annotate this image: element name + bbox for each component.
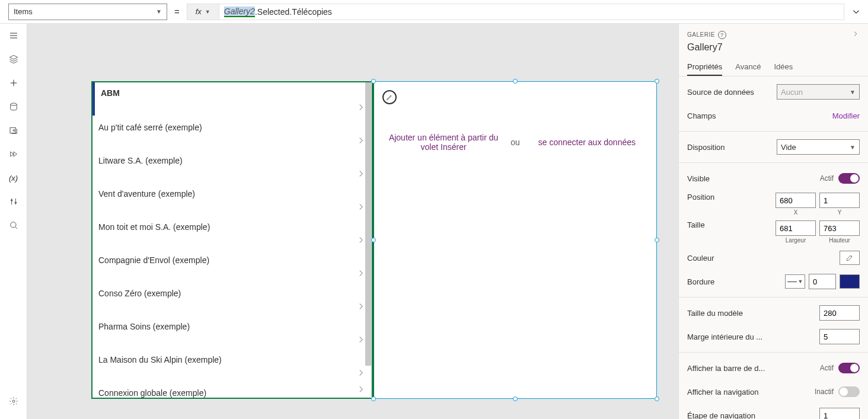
y-label: Y — [819, 209, 860, 216]
list-item: Vent d'aventure (exemple) — [92, 182, 371, 215]
list-item: Mon toit et moi S.A. (exemple) — [92, 215, 371, 248]
template-size-label: Taille du modèle — [687, 309, 743, 318]
property-name: Items — [14, 7, 33, 16]
breadcrumb: GALERIE — [687, 31, 715, 38]
resize-handle[interactable] — [371, 79, 376, 84]
tab-advanced[interactable]: Avancé — [735, 59, 761, 76]
fields-label: Champs — [687, 111, 716, 120]
color-picker[interactable] — [840, 251, 860, 265]
hamburger-icon[interactable] — [0, 24, 27, 47]
tab-properties[interactable]: Propriétés — [687, 59, 722, 76]
resize-handle[interactable] — [513, 79, 518, 84]
resize-handle[interactable] — [513, 396, 518, 401]
visible-state: Actif — [820, 174, 834, 183]
fx-label: fx — [196, 7, 202, 16]
template-size-input[interactable] — [819, 305, 860, 321]
nav-step-input[interactable] — [819, 408, 860, 419]
chevron-down-icon: ▼ — [850, 144, 856, 151]
list-item: ABM — [92, 82, 371, 116]
list-item: Connexion globale (exemple) — [92, 381, 371, 398]
fx-button[interactable]: fx ▼ — [187, 4, 219, 20]
list-item: Litware S.A. (exemple) — [92, 149, 371, 182]
layout-label: Disposition — [687, 143, 725, 152]
chevron-down-icon: ▼ — [850, 89, 856, 95]
data-icon[interactable] — [0, 95, 27, 119]
color-label: Couleur — [687, 254, 714, 263]
border-color-picker[interactable] — [840, 274, 860, 289]
control-name: Gallery7 — [679, 41, 868, 59]
list-item: Au p'tit café serré (exemple) — [92, 116, 371, 149]
nav-state: Inactif — [815, 388, 834, 396]
collapse-panel-icon[interactable] — [851, 30, 860, 40]
chevron-right-icon — [356, 384, 366, 396]
visible-label: Visible — [687, 174, 710, 183]
x-label: X — [776, 209, 816, 216]
svg-point-13 — [12, 400, 15, 402]
svg-point-11 — [10, 222, 15, 228]
properties-panel: GALERIE ? Gallery7 Propriétés Avancé Idé… — [678, 24, 868, 419]
gallery2-preview: ABM Au p'tit café serré (exemple) Litwar… — [91, 81, 371, 399]
chevron-right-icon — [356, 367, 366, 380]
expand-formula-button[interactable] — [844, 0, 868, 24]
border-label: Bordure — [687, 277, 714, 286]
height-label: Hauteur — [819, 237, 860, 244]
edit-fields-link[interactable]: Modifier — [832, 111, 860, 120]
resize-handle[interactable] — [371, 396, 376, 401]
connect-to-data-link[interactable]: se connecter aux données — [531, 137, 643, 147]
resize-handle[interactable] — [655, 396, 659, 401]
show-nav-label: Afficher la navigation — [687, 388, 758, 396]
list-item: Conso Zéro (exemple) — [92, 282, 371, 315]
canvas-area[interactable]: ABM Au p'tit café serré (exemple) Litwar… — [27, 24, 678, 419]
template-padding-input[interactable] — [819, 329, 860, 344]
media-icon[interactable] — [0, 119, 27, 142]
datasource-label: Source de données — [687, 88, 754, 97]
width-label: Largeur — [776, 237, 816, 244]
list-item: Pharma Soins (exemple) — [92, 315, 371, 348]
scrollbar-state: Actif — [820, 364, 834, 372]
gallery7-selection[interactable]: Ajouter un élément à partir du volet Ins… — [374, 81, 657, 399]
visible-toggle[interactable] — [838, 173, 860, 184]
plus-icon[interactable] — [0, 71, 27, 95]
resize-handle[interactable] — [371, 238, 376, 242]
show-nav-toggle[interactable] — [838, 386, 860, 397]
edit-pencil-icon[interactable] — [382, 90, 397, 104]
template-padding-label: Marge intérieure du ... — [687, 332, 762, 341]
formula-rest: .Selected.Télécopies — [255, 7, 332, 17]
list-item: La Maison du Ski Alpin (exemple) — [92, 348, 371, 381]
layout-dropdown[interactable]: Vide ▼ — [777, 139, 860, 155]
variables-icon[interactable]: (x) — [0, 166, 27, 190]
formula-token-highlighted: Gallery2 — [224, 7, 255, 17]
svg-point-5 — [10, 103, 17, 105]
insert-from-pane-link[interactable]: Ajouter un élément à partir du volet Ins… — [387, 133, 500, 152]
border-style-dropdown[interactable]: ▼ — [785, 274, 805, 289]
resize-handle[interactable] — [655, 238, 659, 242]
svg-line-12 — [15, 227, 17, 229]
nav-step-label: Étape de navigation — [687, 411, 755, 420]
left-rail: (x) — [0, 24, 27, 419]
settings-gear-icon[interactable] — [0, 389, 27, 413]
equals-sign: = — [174, 7, 180, 17]
tree-view-icon[interactable] — [0, 47, 27, 71]
chevron-down-icon: ▼ — [156, 8, 162, 15]
position-y-input[interactable] — [819, 193, 860, 208]
or-label: ou — [510, 137, 520, 147]
property-selector[interactable]: Items ▼ — [8, 4, 167, 20]
show-scrollbar-toggle[interactable] — [838, 363, 860, 373]
height-input[interactable] — [819, 220, 860, 236]
width-input[interactable] — [776, 220, 816, 236]
info-icon[interactable]: ? — [718, 31, 726, 39]
flows-icon[interactable] — [0, 142, 27, 166]
scrollbar-thumb[interactable] — [365, 82, 371, 366]
formula-input[interactable]: Gallery2.Selected.Télécopies — [219, 4, 844, 20]
resize-handle[interactable] — [655, 79, 659, 84]
tab-ideas[interactable]: Idées — [774, 59, 793, 76]
position-x-input[interactable] — [776, 193, 816, 208]
tools-icon[interactable] — [0, 190, 27, 213]
show-scrollbar-label: Afficher la barre de d... — [687, 364, 765, 373]
search-icon[interactable] — [0, 213, 27, 237]
border-thickness-input[interactable] — [809, 274, 836, 289]
position-label: Position — [687, 193, 714, 201]
datasource-dropdown[interactable]: Aucun ▼ — [777, 84, 860, 100]
chevron-down-icon: ▼ — [205, 9, 210, 15]
size-label: Taille — [687, 220, 705, 229]
